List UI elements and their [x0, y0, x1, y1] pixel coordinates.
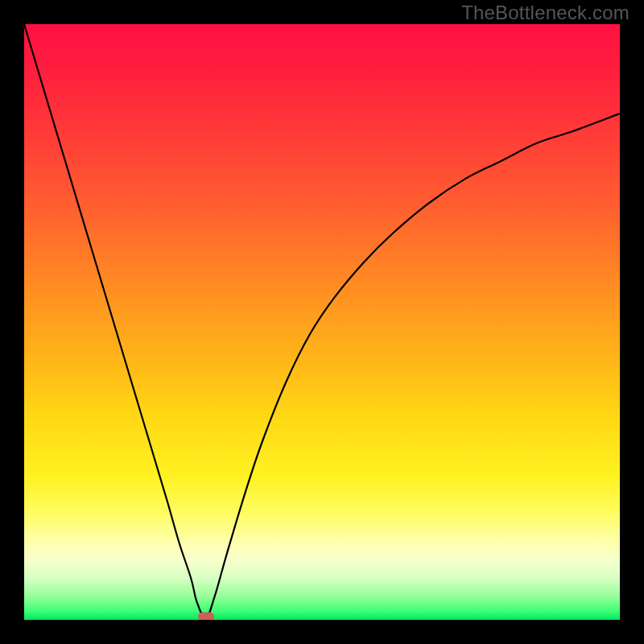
chart-frame: TheBottleneck.com — [0, 0, 644, 644]
curve-svg — [24, 24, 620, 620]
plot-area — [24, 24, 620, 620]
bottleneck-curve — [24, 24, 620, 618]
minimum-marker — [198, 612, 214, 620]
watermark-text: TheBottleneck.com — [461, 2, 630, 24]
